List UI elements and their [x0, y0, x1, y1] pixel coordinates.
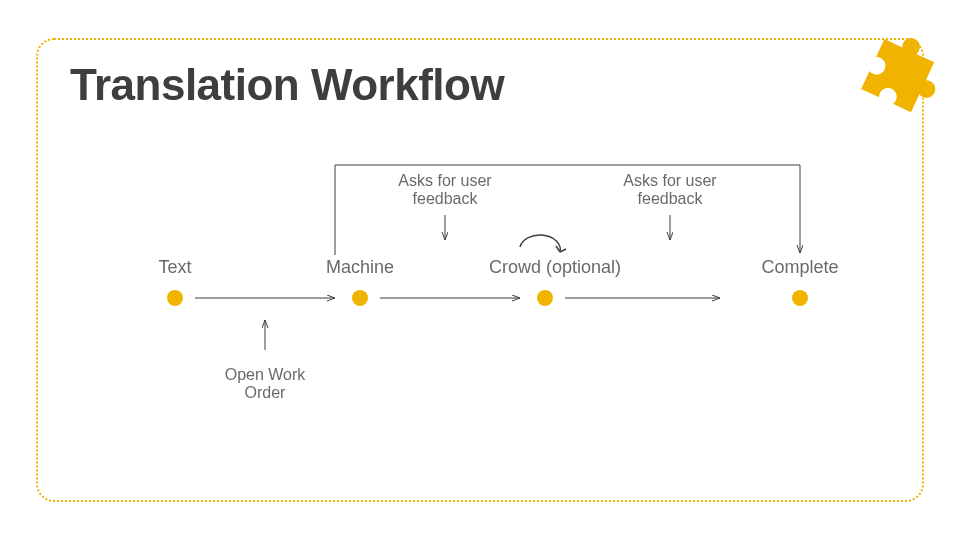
feedback1-label-line2: feedback [413, 190, 479, 207]
workflow-diagram: Text Machine Crowd (optional) Complete A… [0, 0, 960, 540]
node-complete-dot [792, 290, 808, 306]
feedback2-label-line1: Asks for user [623, 172, 717, 189]
node-machine-dot [352, 290, 368, 306]
node-machine-label: Machine [326, 257, 394, 277]
open-work-label-line1: Open Work [225, 366, 307, 383]
open-work-label-line2: Order [245, 384, 287, 401]
node-text-label: Text [158, 257, 191, 277]
feedback2-label-line2: feedback [638, 190, 704, 207]
feedback1-label-line1: Asks for user [398, 172, 492, 189]
node-text-dot [167, 290, 183, 306]
node-complete-label: Complete [761, 257, 838, 277]
node-crowd-label: Crowd (optional) [489, 257, 621, 277]
node-crowd-dot [537, 290, 553, 306]
crowd-loop-icon [520, 235, 560, 252]
